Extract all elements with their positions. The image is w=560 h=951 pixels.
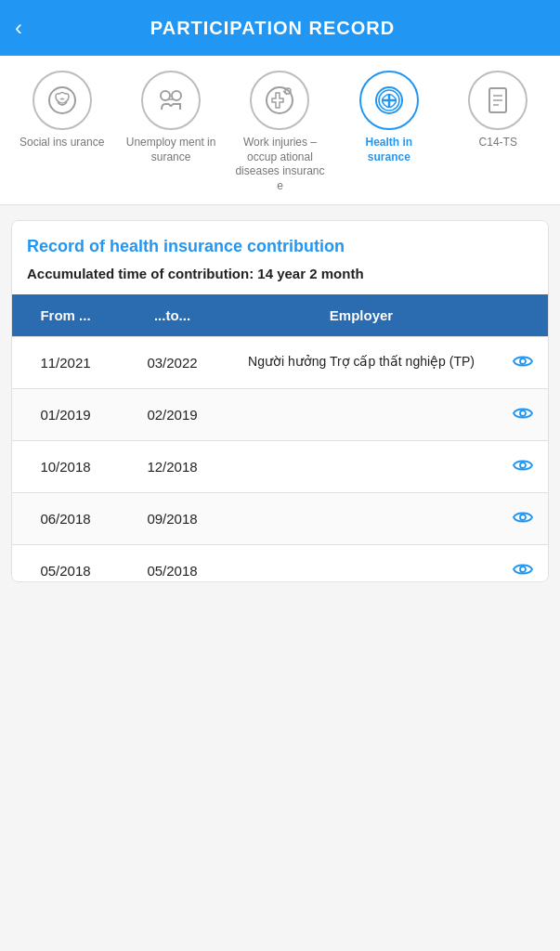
record-title: Record of health insurance contribution <box>27 236 533 257</box>
cell-from-0: 11/2021 <box>12 337 119 388</box>
table-row: 10/2018 12/2018 <box>12 440 548 492</box>
tab-unemployment-icon-circle <box>141 71 201 130</box>
work-injuries-icon <box>263 84 296 117</box>
cell-to-2: 12/2018 <box>119 441 226 492</box>
cell-from-3: 06/2018 <box>12 493 119 544</box>
tab-work-injuries-label: Work injuries – occup ational diseases i… <box>233 136 326 193</box>
tab-work-injuries[interactable]: Work injuries – occup ational diseases i… <box>233 71 326 193</box>
record-header: Record of health insurance contribution … <box>12 221 548 293</box>
eye-icon-0[interactable] <box>513 352 533 373</box>
unemployment-insurance-icon <box>154 84 188 117</box>
svg-point-10 <box>520 358 526 364</box>
cell-from-4: 05/2018 <box>12 545 119 581</box>
svg-point-0 <box>49 87 75 113</box>
table-row-partial: 05/2018 05/2018 <box>12 544 548 581</box>
cell-eye-2[interactable] <box>497 441 548 492</box>
cell-to-0: 03/2022 <box>119 337 226 388</box>
eye-icon-2[interactable] <box>513 456 533 477</box>
svg-point-12 <box>520 462 526 468</box>
tab-health-label: Health in surance <box>343 136 436 164</box>
table-row: 01/2019 02/2019 <box>12 388 548 440</box>
tab-social-insurance[interactable]: Social ins urance <box>16 71 109 150</box>
main-content: Record of health insurance contribution … <box>0 205 560 596</box>
eye-icon-1[interactable] <box>513 404 533 425</box>
cell-eye-1[interactable] <box>497 389 548 440</box>
cell-to-3: 09/2018 <box>119 493 226 544</box>
tab-health-icon-circle <box>359 71 419 130</box>
tab-social-icon-circle <box>33 71 92 130</box>
col-header-from: From ... <box>12 294 119 336</box>
svg-point-3 <box>267 87 293 113</box>
cell-employer-1 <box>226 389 497 440</box>
cell-to-4: 05/2018 <box>119 545 226 581</box>
table-row: 11/2021 03/2022 Người hưởng Trợ cấp thất… <box>12 336 548 388</box>
svg-point-14 <box>520 567 526 572</box>
svg-point-11 <box>520 410 526 416</box>
col-header-action <box>497 294 548 336</box>
svg-point-13 <box>520 515 526 520</box>
tab-unemployment-insurance[interactable]: Unemploy ment in surance <box>124 71 217 164</box>
back-button[interactable]: ‹ <box>15 17 22 39</box>
record-subtitle: Accumulated time of contribution: 14 yea… <box>27 264 533 283</box>
header: ‹ PARTICIPATION RECORD <box>0 0 560 56</box>
health-insurance-icon <box>372 84 406 117</box>
tab-work-injuries-icon-circle <box>250 71 309 130</box>
table-row: 06/2018 09/2018 <box>12 492 548 544</box>
eye-icon-3[interactable] <box>513 508 533 529</box>
cell-employer-2 <box>226 441 497 492</box>
cell-to-1: 02/2019 <box>119 389 226 440</box>
tab-unemployment-label: Unemploy ment in surance <box>124 136 217 164</box>
record-card: Record of health insurance contribution … <box>11 220 549 581</box>
eye-icon-4[interactable] <box>513 560 533 581</box>
cell-from-1: 01/2019 <box>12 389 119 440</box>
col-header-to: ...to... <box>119 294 226 336</box>
table-header: From ... ...to... Employer <box>12 294 548 336</box>
col-header-employer: Employer <box>226 294 497 336</box>
cell-eye-0[interactable] <box>497 337 548 388</box>
cell-eye-4[interactable] <box>497 545 548 581</box>
tabs-container: Social ins urance Unemploy ment in suran… <box>0 56 560 205</box>
social-insurance-icon <box>46 84 79 117</box>
tab-health-insurance[interactable]: Health in surance <box>343 71 436 164</box>
tab-c14ts[interactable]: C14-TS <box>451 71 544 150</box>
cell-employer-4 <box>226 545 497 581</box>
cell-employer-3 <box>226 493 497 544</box>
cell-employer-0: Người hưởng Trợ cấp thất nghiệp (TP) <box>226 337 497 388</box>
cell-eye-3[interactable] <box>497 493 548 544</box>
tab-c14ts-label: C14-TS <box>479 136 517 150</box>
c14ts-icon <box>481 84 514 117</box>
tab-c14ts-icon-circle <box>468 71 527 130</box>
tab-social-label: Social ins urance <box>20 136 104 150</box>
page-title: PARTICIPATION RECORD <box>37 18 508 39</box>
cell-from-2: 10/2018 <box>12 441 119 492</box>
